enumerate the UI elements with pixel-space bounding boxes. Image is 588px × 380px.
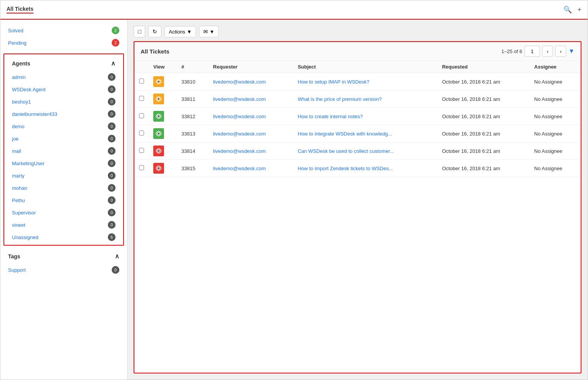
sidebar-item-supervisor[interactable]: Supervisor 0 (4, 206, 123, 219)
row-checkbox[interactable] (134, 108, 149, 125)
tags-collapse-icon[interactable]: ∧ (115, 253, 119, 260)
actions-button[interactable]: Actions ▼ (164, 26, 196, 37)
filter-icon[interactable]: ▼ (568, 48, 575, 55)
table-row[interactable]: 33810 livedemo@wsdesk.com How to setup I… (134, 73, 581, 90)
table-row[interactable]: 33813 livedemo@wsdesk.com How to integra… (134, 125, 581, 142)
sidebar-item-solved[interactable]: Solved 2 (0, 24, 127, 37)
agent-marty-label: marty (12, 173, 25, 179)
top-bar-actions: 🔍 + (563, 5, 581, 14)
row-assignee: No Assignee (529, 160, 581, 177)
agent-joe-badge: 0 (108, 135, 116, 142)
row-checkbox[interactable] (134, 160, 149, 177)
sidebar-item-beshoy1[interactable]: beshoy1 0 (4, 95, 123, 108)
email-dropdown-icon: ▼ (209, 29, 214, 35)
next-page-button[interactable]: › (555, 46, 566, 57)
row-ticket-num: 33813 (177, 125, 208, 142)
col-num: # (177, 61, 208, 73)
agent-mohan-label: mohan (12, 185, 27, 191)
email-icon: ✉ (203, 28, 208, 35)
refresh-icon: ↻ (152, 28, 157, 35)
ticket-table-container: All Tickets 1–25 of 6 ‹ › ▼ (134, 41, 581, 373)
row-subject[interactable]: How to setup IMAP in WSDesk? (293, 73, 437, 90)
actions-label: Actions (169, 29, 185, 35)
sidebar-item-joe[interactable]: joe 0 (4, 132, 123, 145)
page-title: All Tickets (7, 6, 34, 13)
row-checkbox[interactable] (134, 142, 149, 160)
agent-unassigned-badge: 6 (108, 233, 116, 241)
row-subject[interactable]: How to import Zendesk tickets to WSDes..… (293, 160, 437, 177)
row-checkbox[interactable] (134, 90, 149, 108)
email-button[interactable]: ✉ ▼ (199, 26, 219, 37)
row-view (149, 142, 177, 160)
agent-joe-label: joe (12, 136, 18, 142)
agent-wsdesk-badge: 0 (108, 85, 116, 93)
agent-beshoy1-label: beshoy1 (12, 99, 31, 105)
status-icon (153, 76, 164, 87)
table-row[interactable]: 33814 livedemo@wsdesk.com Can WSDesk be … (134, 142, 581, 160)
agent-daniel-badge: 0 (108, 110, 116, 118)
search-icon[interactable]: 🔍 (563, 5, 572, 14)
agent-supervisor-label: Supervisor (12, 210, 36, 216)
svg-point-11 (158, 167, 159, 169)
row-view (149, 90, 177, 108)
prev-page-button[interactable]: ‹ (542, 46, 553, 57)
row-requested: October 16, 2018 6:21 am (437, 108, 529, 125)
pending-badge: 2 (112, 39, 119, 47)
select-all-checkbox[interactable]: □ (134, 26, 145, 37)
pagination: 1–25 of 6 ‹ › ▼ (501, 46, 575, 57)
table-row[interactable]: 33812 livedemo@wsdesk.com How to create … (134, 108, 581, 125)
sidebar: Solved 2 Pending 2 Agents ∧ admin 0 (0, 20, 127, 380)
tags-header: Tags ∧ (0, 249, 127, 264)
sidebar-item-pethu[interactable]: Pethu 0 (4, 194, 123, 206)
pending-label: Pending (8, 40, 27, 46)
sidebar-item-mail[interactable]: mail 0 (4, 145, 123, 157)
row-view (149, 108, 177, 125)
sidebar-item-marty[interactable]: marty 0 (4, 169, 123, 182)
actions-dropdown-icon: ▼ (187, 29, 192, 35)
row-subject[interactable]: How to create internal notes? (293, 108, 437, 125)
row-assignee: No Assignee (529, 73, 581, 90)
table-row[interactable]: 33815 livedemo@wsdesk.com How to import … (134, 160, 581, 177)
agents-section: Agents ∧ admin 0 WSDesk Agent 0 beshoy1 … (3, 54, 124, 246)
sidebar-item-admin[interactable]: admin 0 (4, 71, 123, 83)
sidebar-item-unassigned[interactable]: Unassigned 6 (4, 231, 123, 243)
tag-support-label: Support (8, 267, 26, 273)
row-checkbox[interactable] (134, 73, 149, 90)
row-subject[interactable]: What is the price of premium version? (293, 90, 437, 108)
status-icon (153, 111, 164, 122)
table-row[interactable]: 33811 livedemo@wsdesk.com What is the pr… (134, 90, 581, 108)
sidebar-item-mohan[interactable]: mohan 0 (4, 182, 123, 194)
svg-point-3 (158, 98, 159, 100)
agents-collapse-icon[interactable]: ∧ (111, 60, 116, 67)
sidebar-item-support[interactable]: Support 0 (0, 264, 127, 276)
top-bar: All Tickets 🔍 + (0, 0, 588, 20)
sidebar-item-danielburmeister[interactable]: danielburmeister433 0 (4, 108, 123, 120)
svg-point-7 (158, 133, 159, 134)
row-requested: October 16, 2018 6:21 am (437, 73, 529, 90)
sidebar-item-vineet[interactable]: vineet 0 (4, 219, 123, 231)
row-assignee: No Assignee (529, 142, 581, 160)
row-requested: October 16, 2018 6:21 am (437, 90, 529, 108)
agents-header: Agents ∧ (4, 56, 123, 71)
row-subject[interactable]: How to integrate WSDesk with knowledg... (293, 125, 437, 142)
table-title: All Tickets (141, 48, 169, 55)
sidebar-item-marketinguser[interactable]: MarketingUser 0 (4, 157, 123, 169)
refresh-button[interactable]: ↻ (148, 26, 161, 37)
tag-support-badge: 0 (112, 266, 119, 274)
sidebar-item-demo[interactable]: demo 0 (4, 120, 123, 132)
sidebar-item-wsdesk-agent[interactable]: WSDesk Agent 0 (4, 83, 123, 95)
page-input[interactable] (524, 46, 540, 57)
status-icon (153, 163, 164, 174)
row-requester: livedemo@wsdesk.com (208, 160, 293, 177)
row-requester: livedemo@wsdesk.com (208, 142, 293, 160)
agent-mail-label: mail (12, 148, 21, 154)
sidebar-item-pending[interactable]: Pending 2 (0, 37, 127, 49)
row-view (149, 73, 177, 90)
add-icon[interactable]: + (577, 6, 581, 14)
svg-point-9 (158, 150, 159, 152)
row-requested: October 16, 2018 6:21 am (437, 142, 529, 160)
row-subject[interactable]: Can WSDesk be used to collect customer..… (293, 142, 437, 160)
row-checkbox[interactable] (134, 125, 149, 142)
pagination-range: 1–25 of 6 (501, 49, 522, 54)
agent-beshoy1-badge: 0 (108, 98, 116, 105)
